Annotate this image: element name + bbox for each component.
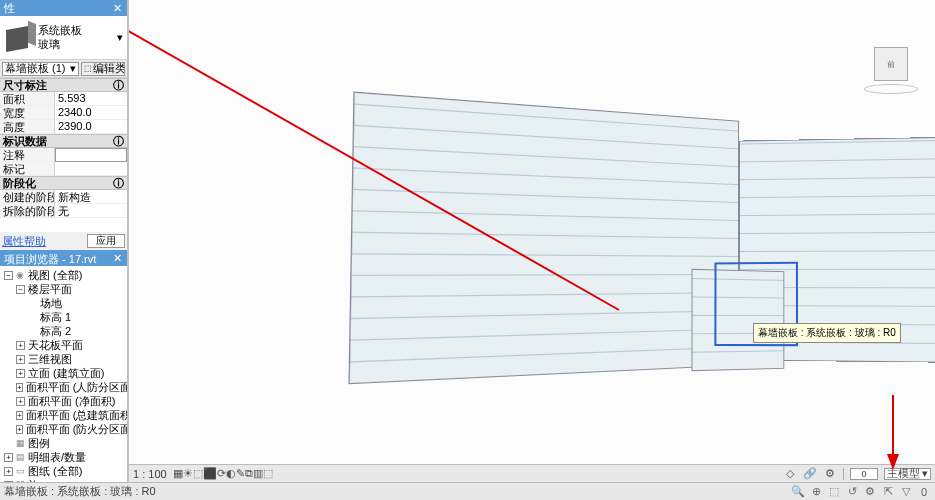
close-icon[interactable]: ✕ xyxy=(111,2,123,15)
view-control-icon[interactable]: ⟳ xyxy=(217,467,226,479)
tree-item[interactable]: +面积平面 (防火分区面积) xyxy=(0,422,127,436)
mark-input[interactable] xyxy=(55,162,127,176)
properties-help-link[interactable]: 属性帮助 xyxy=(2,234,46,249)
close-icon[interactable]: ✕ xyxy=(111,252,123,264)
curtain-wall-left[interactable] xyxy=(348,92,739,385)
apply-row: 属性帮助 应用 xyxy=(0,232,127,250)
viewport-3d[interactable]: 前 幕墙嵌板 : 系统嵌板 : 玻璃 : R0 1 : 100 ▦☀⬚⬛⟳◐✎⧉… xyxy=(128,0,935,482)
tree-item[interactable]: 标高 1 xyxy=(0,310,127,324)
tree-item[interactable]: +面积平面 (人防分区面积) xyxy=(0,380,127,394)
tree-item-label: 面积平面 (人防分区面积) xyxy=(26,380,127,395)
selection-tooltip: 幕墙嵌板 : 系统嵌板 : 玻璃 : R0 xyxy=(753,323,901,343)
tree-toggle-icon[interactable]: + xyxy=(16,383,23,392)
status-icon[interactable]: ↺ xyxy=(845,485,859,498)
apply-button[interactable]: 应用 xyxy=(87,234,125,248)
view-scale[interactable]: 1 : 100 xyxy=(133,468,167,480)
tree-item[interactable]: 场地 xyxy=(0,296,127,310)
tree-item-label: 立面 (建筑立面) xyxy=(28,366,104,381)
filter-count-input[interactable]: 0 xyxy=(850,468,878,480)
viewcube-compass[interactable] xyxy=(864,84,918,94)
view-control-icon[interactable]: ⬛ xyxy=(203,467,217,479)
status-icon[interactable]: 🔍 xyxy=(791,485,805,498)
tree-item[interactable]: +三维视图 xyxy=(0,352,127,366)
tree-toggle-icon[interactable]: + xyxy=(16,355,25,364)
viewcube[interactable]: 前 xyxy=(867,40,915,88)
status-icon[interactable]: 0 xyxy=(917,486,931,498)
prop-row: 标记 xyxy=(0,162,127,176)
tree-toggle-icon[interactable]: + xyxy=(16,369,25,378)
status-icon[interactable]: ⇱ xyxy=(881,485,895,498)
tree-toggle-icon[interactable]: + xyxy=(16,397,25,406)
edit-type-label: 编辑类型 xyxy=(93,62,125,76)
tree-item-label: 标高 2 xyxy=(40,324,71,339)
project-browser-tree[interactable]: −◉视图 (全部)−楼层平面场地标高 1标高 2+天花板平面+三维视图+立面 (… xyxy=(0,266,127,482)
tree-item[interactable]: +立面 (建筑立面) xyxy=(0,366,127,380)
constraint-icon[interactable]: ◇ xyxy=(783,467,797,480)
status-icon[interactable]: ⊕ xyxy=(809,485,823,498)
view-control-icon[interactable]: ☀ xyxy=(183,467,193,479)
chevron-down-icon[interactable]: ▾ xyxy=(115,31,125,44)
project-browser-header: 项目浏览器 - 17.rvt ✕ xyxy=(0,250,127,266)
tree-node-icon: ▭ xyxy=(16,466,26,476)
view-control-icon[interactable]: ▥ xyxy=(253,467,263,479)
tree-item-label: 楼层平面 xyxy=(28,282,72,297)
tree-toggle-icon[interactable]: + xyxy=(4,467,13,476)
tree-item-label: 标高 1 xyxy=(40,310,71,325)
properties-panel: 性 ✕ 系统嵌板 玻璃 ▾ 幕墙嵌板 (1) ▾ ⬚ 编辑类型 尺寸标注ⓘ 面积… xyxy=(0,0,128,482)
view-control-icon[interactable]: ▦ xyxy=(173,467,183,479)
comment-input[interactable] xyxy=(55,148,127,162)
family-type-name: 系统嵌板 xyxy=(38,24,115,37)
prop-row: 宽度2340.0 xyxy=(0,106,127,120)
view-control-icon[interactable]: ⬚ xyxy=(193,467,203,479)
link-icon[interactable]: 🔗 xyxy=(803,467,817,480)
edit-type-button[interactable]: ⬚ 编辑类型 xyxy=(81,62,125,76)
tree-item-label: 面积平面 (防火分区面积) xyxy=(26,422,127,437)
view-control-icon[interactable]: ⬚ xyxy=(263,467,273,479)
view-control-icon[interactable]: ✎ xyxy=(236,467,245,479)
tree-item-label: 图例 xyxy=(28,436,50,451)
tree-item-label: 天花板平面 xyxy=(28,338,83,353)
prop-row: 注释 xyxy=(0,148,127,162)
tree-toggle-icon[interactable]: − xyxy=(16,285,25,294)
family-name: 系统嵌板 玻璃 xyxy=(38,24,115,50)
tree-node-icon: ▦ xyxy=(16,438,26,448)
prop-row: 拆除的阶段无 xyxy=(0,204,127,218)
tree-item[interactable]: −楼层平面 xyxy=(0,282,127,296)
tree-item[interactable]: +▭图纸 (全部) xyxy=(0,464,127,478)
model-filter-dropdown[interactable]: 主模型▾ xyxy=(884,468,931,480)
prop-row: 创建的阶段新构造 xyxy=(0,190,127,204)
status-icon[interactable]: ⬚ xyxy=(827,485,841,498)
properties-title: 性 xyxy=(4,1,15,16)
viewcube-face[interactable]: 前 xyxy=(874,47,908,81)
tree-item[interactable]: +天花板平面 xyxy=(0,338,127,352)
tree-toggle-icon[interactable]: + xyxy=(16,341,25,350)
family-type-selector[interactable]: 系统嵌板 玻璃 ▾ xyxy=(0,16,127,60)
section-dimensions[interactable]: 尺寸标注ⓘ xyxy=(0,78,127,92)
instance-type-dropdown[interactable]: 幕墙嵌板 (1) ▾ xyxy=(2,62,79,76)
family-material-name: 玻璃 xyxy=(38,38,115,51)
prop-row: 高度2390.0 xyxy=(0,120,127,134)
tree-toggle-icon[interactable]: + xyxy=(16,425,23,434)
tree-toggle-icon[interactable]: + xyxy=(4,453,13,462)
tree-node-icon: ▤ xyxy=(16,452,26,462)
instance-type-row: 幕墙嵌板 (1) ▾ ⬚ 编辑类型 xyxy=(0,60,127,78)
tree-item[interactable]: ▦图例 xyxy=(0,436,127,450)
tree-item-label: 面积平面 (净面积) xyxy=(28,394,115,409)
tree-item[interactable]: 标高 2 xyxy=(0,324,127,338)
curtain-wall-front[interactable] xyxy=(692,269,785,371)
tree-item[interactable]: +面积平面 (净面积) xyxy=(0,394,127,408)
tree-item-label: 明细表/数量 xyxy=(28,450,86,465)
tree-item-label: 三维视图 xyxy=(28,352,72,367)
tree-toggle-icon[interactable]: − xyxy=(4,271,13,280)
section-phasing[interactable]: 阶段化ⓘ xyxy=(0,176,127,190)
tree-item[interactable]: +面积平面 (总建筑面积) xyxy=(0,408,127,422)
setting-icon[interactable]: ⚙ xyxy=(823,467,837,480)
status-icon[interactable]: ▽ xyxy=(899,485,913,498)
section-identity[interactable]: 标识数据ⓘ xyxy=(0,134,127,148)
view-control-icon[interactable]: ◐ xyxy=(226,467,236,479)
status-icon[interactable]: ⚙ xyxy=(863,485,877,498)
view-control-icon[interactable]: ⧉ xyxy=(245,467,253,479)
tree-item[interactable]: +▤明细表/数量 xyxy=(0,450,127,464)
tree-toggle-icon[interactable]: + xyxy=(16,411,23,420)
tree-item[interactable]: −◉视图 (全部) xyxy=(0,268,127,282)
